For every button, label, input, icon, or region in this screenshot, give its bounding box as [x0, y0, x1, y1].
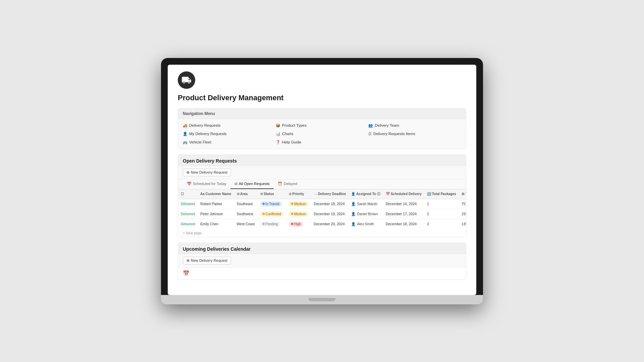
nav-item-my-delivery-requests[interactable]: 👤 My Delivery Requests [183, 131, 276, 137]
laptop-screen: Product Delivery Management Navigation M… [168, 65, 476, 295]
nav-item-delivery-requests-label: Delivery Requests [189, 123, 220, 127]
nav-item-my-delivery-requests-label: My Delivery Requests [189, 132, 227, 136]
row3-customer-name: Emily Chen [198, 219, 234, 229]
calendar-view-row: 📅 [178, 267, 466, 279]
row1-area: Southeast [234, 199, 258, 209]
confirmed-dot [263, 213, 265, 215]
delayed-icon: ⏰ [278, 182, 282, 186]
help-guide-icon: ❓ [276, 140, 280, 144]
new-delivery-request-calendar-label: New Delivery Request [191, 258, 227, 262]
row3-delivery-status: Delivered [178, 219, 198, 229]
row2-assigned-to: 👤 Daniel Brown [348, 209, 383, 219]
delivery-team-icon: 👥 [368, 123, 373, 128]
open-requests-tabs: 📅 Scheduled for Today ⊙ All Open Request… [178, 179, 466, 189]
row1-customer-name: Robert Parker [198, 199, 234, 209]
calendar-icon: 📅 [183, 270, 190, 276]
person-icon2: 👤 [351, 212, 356, 216]
row3-deadline: December 20, 2024 [311, 219, 348, 229]
row1-deadline: December 18, 2024 [311, 199, 348, 209]
row1-assigned-to: 👤 Sarah Marsh [348, 199, 383, 209]
nav-item-help-guide[interactable]: ❓ Help Guide [276, 139, 369, 145]
row2-customer-name: Peter Johnson [198, 209, 234, 219]
nav-item-delivery-team[interactable]: 👥 Delivery Team [368, 122, 461, 129]
th-scheduled-delivery[interactable]: 📅 Scheduled Delivery [383, 189, 424, 199]
th-total-weight[interactable]: ⚖ Total Weight [459, 189, 466, 199]
open-delivery-requests-section: Open Delivery Requests ⊕ New Delivery Re… [178, 155, 466, 237]
delivery-requests-icon: 🚚 [183, 123, 187, 128]
th-delivery-deadline[interactable]: → Delivery Deadline [311, 189, 348, 199]
th-status[interactable]: ⊙ Status [258, 189, 286, 199]
nav-item-help-guide-label: Help Guide [282, 140, 302, 144]
person-icon: 👤 [351, 202, 356, 206]
tab-all-open-requests[interactable]: ⊙ All Open Requests [230, 179, 274, 189]
page-title: Product Delivery Management [178, 94, 466, 102]
nav-item-delivery-requests-items[interactable]: ☰ Delivery Requests Items [368, 131, 461, 137]
th-area[interactable]: ⊙ Area [234, 189, 258, 199]
nav-item-delivery-team-label: Delivery Team [375, 123, 399, 127]
new-page-row[interactable]: + New page [178, 229, 466, 237]
nav-menu-section: Navigation Menu 🚚 Delivery Requests 📦 Pr… [178, 108, 466, 149]
th-total-packages[interactable]: 🔢 Total Packages [424, 189, 459, 199]
delivery-requests-items-icon: ☰ [368, 132, 372, 136]
tab-delayed[interactable]: ⏰ Delayed [274, 179, 301, 189]
my-delivery-requests-icon: 👤 [183, 132, 187, 136]
product-types-icon: 📦 [276, 123, 280, 128]
high-dot [291, 223, 293, 225]
th-priority[interactable]: ⊙ Priority [286, 189, 311, 199]
th-assigned-to[interactable]: 👤 Assigned To ⓘ [348, 189, 383, 199]
nav-menu-grid: 🚚 Delivery Requests 📦 Product Types 👥 De… [178, 119, 466, 149]
open-requests-toolbar: ⊕ New Delivery Request [178, 166, 466, 179]
laptop-base [161, 295, 483, 304]
new-delivery-request-calendar-button[interactable]: ⊕ New Delivery Request [183, 257, 231, 264]
open-requests-header: Open Delivery Requests [178, 155, 466, 166]
nav-item-vehicle-fleet-label: Vehicle Fleet [189, 140, 211, 144]
row3-priority: High [286, 219, 311, 229]
nav-item-charts[interactable]: 📊 Charts [276, 131, 369, 137]
medium-dot [291, 203, 293, 205]
table-row: Delivered Peter Johnson Southwest Confir… [178, 209, 466, 219]
row1-status: In Transit [258, 199, 286, 209]
row2-total-weight: 159 [459, 209, 466, 219]
nav-item-delivery-requests-items-label: Delivery Requests Items [373, 132, 415, 136]
row1-priority: Medium [286, 199, 311, 209]
row1-delivery-status: Delivered [178, 199, 198, 209]
table-row: Delivered Emily Chen West Coast Pending [178, 219, 466, 229]
nav-item-product-types[interactable]: 📦 Product Types [276, 122, 369, 129]
all-open-icon: ⊙ [234, 182, 237, 186]
upcoming-calendar-section: Upcoming Deliveries Calendar ⊕ New Deliv… [178, 243, 466, 280]
row2-area: Southwest [234, 209, 258, 219]
charts-icon: 📊 [276, 132, 280, 136]
nav-item-product-types-label: Product Types [282, 123, 307, 127]
laptop-frame: Product Delivery Management Navigation M… [161, 58, 483, 304]
app-content: Product Delivery Management Navigation M… [168, 65, 476, 295]
tab-scheduled-today[interactable]: 📅 Scheduled for Today [183, 179, 230, 189]
vehicle-fleet-icon: 🚌 [183, 140, 187, 144]
row2-deadline: December 19, 2024 [311, 209, 348, 219]
row2-priority: Medium [286, 209, 311, 219]
row2-scheduled-delivery: December 17, 2024 [383, 209, 424, 219]
new-delivery-request-button[interactable]: ⊕ New Delivery Request [183, 169, 231, 176]
nav-item-vehicle-fleet[interactable]: 🚌 Vehicle Fleet [183, 139, 276, 145]
nav-item-charts-label: Charts [282, 132, 293, 136]
row1-total-weight: 75 [459, 199, 466, 209]
upcoming-calendar-toolbar: ⊕ New Delivery Request [178, 254, 466, 267]
person-icon3: 👤 [351, 222, 356, 226]
plus-icon: ⊕ [186, 170, 190, 175]
th-customer-name[interactable]: Aa Customer Name [198, 189, 234, 199]
row3-total-weight: 135 [459, 219, 466, 229]
row3-status: Pending [258, 219, 286, 229]
nav-item-delivery-requests[interactable]: 🚚 Delivery Requests [183, 122, 276, 129]
pending-dot [263, 223, 265, 225]
row1-scheduled-delivery: December 14, 2024 [383, 199, 424, 209]
scheduled-icon: 📅 [187, 182, 192, 186]
requests-table: ☐ Aa Customer Name ⊙ Area ⊙ Status ⊙ Pri… [178, 189, 466, 229]
transit-dot [263, 203, 265, 205]
row3-assigned-to: 👤 Alex Smith [348, 219, 383, 229]
table-row: Delivered Robert Parker Southeast In Tra… [178, 199, 466, 209]
requests-table-container: ☐ Aa Customer Name ⊙ Area ⊙ Status ⊙ Pri… [178, 189, 466, 237]
row3-area: West Coast [234, 219, 258, 229]
row2-status: Confirmed [258, 209, 286, 219]
row1-total-packages: 1 [424, 199, 459, 209]
plus-icon2: ⊕ [186, 258, 190, 263]
th-checkbox: ☐ [178, 189, 198, 199]
